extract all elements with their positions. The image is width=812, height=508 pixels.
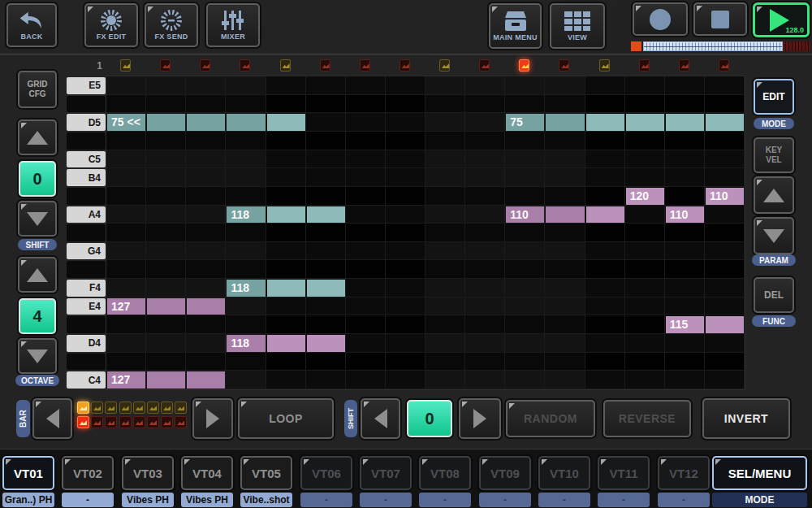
mixer-button[interactable]: MIXER — [206, 3, 260, 47]
grid-cell-F4-15[interactable] — [665, 279, 705, 297]
grid-cell-C5-13[interactable] — [585, 150, 625, 169]
note-label-E4[interactable]: E4 — [67, 298, 106, 315]
grid-cell-F#4-12[interactable] — [545, 260, 585, 279]
grid-cell-C#4-3[interactable] — [186, 353, 226, 371]
grid-cell-E4-7[interactable] — [346, 297, 386, 316]
grid-cell-D4-15[interactable] — [665, 334, 705, 353]
grid-cell-E4-14[interactable] — [625, 297, 665, 316]
note-label-C#4[interactable] — [67, 354, 106, 371]
grid-cell-D#4-10[interactable] — [465, 315, 505, 334]
grid-cell-C5-4[interactable] — [226, 150, 266, 169]
grid-cell-E5-15[interactable] — [665, 76, 705, 95]
grid-cell-C4-12[interactable] — [545, 371, 585, 389]
grid-cell-B4-4[interactable] — [226, 168, 266, 187]
grid-cell-E4-11[interactable] — [505, 297, 545, 316]
bar-indicator-2-normal[interactable] — [91, 416, 103, 428]
grid-cell-C#4-9[interactable] — [425, 353, 465, 371]
bar-indicator-5-normal[interactable] — [133, 416, 145, 428]
grid-cell-B4-12[interactable] — [545, 168, 585, 187]
grid-cell-C#5-10[interactable] — [465, 132, 505, 150]
grid-cell-A4-10[interactable] — [465, 206, 505, 224]
grid-cell-F#4-8[interactable] — [386, 260, 425, 279]
grid-cell-E4-4[interactable] — [226, 297, 266, 316]
grid-cell-C#4-4[interactable] — [226, 353, 266, 371]
grid-cell-C#5-12[interactable] — [545, 132, 585, 150]
grid-cell-A4-8[interactable] — [386, 206, 425, 224]
bar-indicator-2-normal[interactable] — [91, 402, 103, 414]
bar-indicator-4-normal[interactable] — [119, 402, 132, 414]
grid-cell-F4-3[interactable] — [186, 279, 226, 297]
note-label-C4[interactable]: C4 — [67, 371, 106, 389]
grid-cell-C5-8[interactable] — [386, 150, 425, 169]
note-label-F#4[interactable] — [67, 261, 106, 278]
grid-cell-C#4-10[interactable] — [465, 353, 505, 371]
note-segment[interactable] — [586, 206, 624, 224]
grid-cell-F#4-3[interactable] — [186, 260, 226, 279]
random-button[interactable]: RANDOM — [506, 400, 595, 437]
grid-cell-F#4-16[interactable] — [705, 260, 745, 279]
grid-cell-F4-10[interactable] — [465, 279, 505, 297]
track-tab-VT05[interactable]: VT05 — [240, 456, 292, 490]
grid-cell-G4-4[interactable] — [226, 242, 266, 261]
grid-cell-C#4-12[interactable] — [545, 353, 585, 371]
grid-cell-A#4-10[interactable] — [465, 187, 505, 206]
grid-cell-B4-1[interactable] — [106, 168, 146, 187]
grid-cell-F4-2[interactable] — [146, 279, 186, 297]
grid-cell-F4-13[interactable] — [585, 279, 625, 297]
grid-cell-A#4-1[interactable] — [106, 187, 146, 206]
grid-cell-E5-3[interactable] — [186, 76, 226, 95]
grid-cell-E5-5[interactable] — [266, 76, 306, 95]
grid-cell-E5-4[interactable] — [226, 76, 266, 95]
grid-cell-G#4-15[interactable] — [665, 224, 705, 242]
loop-button[interactable]: LOOP — [238, 398, 334, 439]
octave-value[interactable]: 4 — [19, 298, 56, 334]
grid-cell-C#5-1[interactable] — [106, 132, 146, 150]
grid-cell-C5-1[interactable] — [106, 150, 146, 169]
grid-cell-D4-8[interactable] — [386, 334, 425, 353]
beat-marker-5-quarter[interactable] — [280, 59, 291, 72]
note-segment[interactable] — [267, 335, 305, 352]
grid-cell-F#4-6[interactable] — [306, 260, 346, 279]
grid-cell-C5-7[interactable] — [346, 150, 386, 169]
beat-marker-4-off[interactable] — [240, 59, 250, 72]
grid-cell-G4-13[interactable] — [585, 242, 625, 261]
grid-cell-C4-8[interactable] — [386, 371, 425, 389]
grid-cell-D#5-7[interactable] — [346, 95, 386, 114]
note-shift-left-button[interactable] — [361, 398, 400, 439]
grid-cfg-button[interactable]: GRID CFG — [18, 71, 57, 108]
grid-cell-D5-9[interactable] — [425, 113, 465, 132]
note-label-D5[interactable]: D5 — [67, 114, 106, 131]
grid-cell-D#4-7[interactable] — [346, 315, 386, 334]
beat-marker-8-off[interactable] — [400, 59, 410, 72]
grid-cell-G4-1[interactable] — [106, 242, 146, 261]
grid-cell-B4-8[interactable] — [386, 168, 425, 187]
grid-cell-C#5-14[interactable] — [625, 132, 665, 150]
grid-cell-E4-8[interactable] — [386, 297, 425, 316]
grid-cell-G#4-8[interactable] — [386, 224, 425, 242]
grid-cell-C#5-13[interactable] — [585, 132, 625, 150]
grid-cell-E5-16[interactable] — [705, 76, 745, 95]
grid-cell-G#4-7[interactable] — [346, 224, 386, 242]
octave-down-button[interactable] — [18, 338, 57, 374]
grid-cell-C#4-11[interactable] — [505, 353, 545, 371]
beat-marker-16-off[interactable] — [719, 59, 729, 72]
grid-cell-A4-16[interactable] — [705, 206, 745, 224]
grid-cell-C4-6[interactable] — [306, 371, 346, 389]
note-label-D#4[interactable] — [67, 316, 106, 333]
grid-cell-C4-14[interactable] — [625, 371, 665, 389]
shift-value[interactable]: 0 — [19, 161, 56, 197]
grid-cell-F#4-4[interactable] — [226, 260, 266, 279]
grid-cell-E4-6[interactable] — [306, 297, 346, 316]
grid-cell-E5-14[interactable] — [625, 76, 665, 95]
grid-cell-E5-2[interactable] — [146, 76, 186, 95]
grid-cell-C#4-15[interactable] — [665, 353, 705, 371]
note-segment[interactable] — [147, 371, 185, 389]
grid-cell-F#4-2[interactable] — [146, 260, 186, 279]
note-segment[interactable] — [147, 298, 185, 315]
back-button[interactable]: BACK — [6, 3, 57, 47]
note-label-C#5[interactable] — [67, 132, 106, 150]
track-tab-VT10[interactable]: VT10 — [538, 456, 590, 490]
grid-cell-C#5-15[interactable] — [665, 132, 705, 150]
shift-down-button[interactable] — [18, 201, 57, 237]
note-shift-right-button[interactable] — [459, 398, 501, 439]
